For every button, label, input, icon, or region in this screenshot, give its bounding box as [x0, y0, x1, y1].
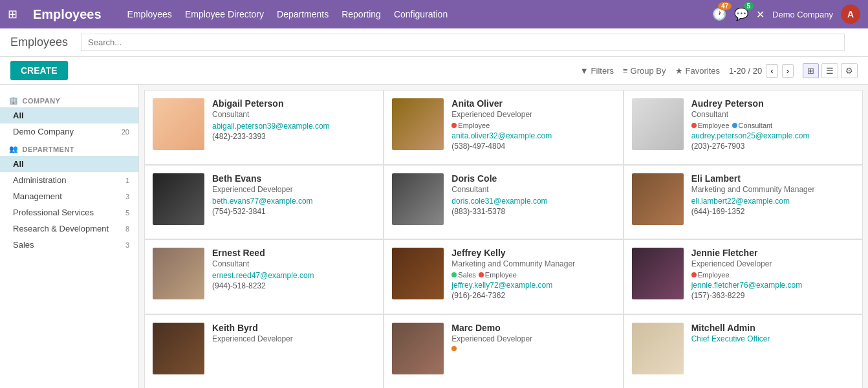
employee-title: Consultant [212, 110, 375, 119]
employee-name: Ernest Reed [212, 248, 375, 258]
company-name[interactable]: Demo Company [772, 10, 833, 19]
employee-card[interactable]: Eli Lambert Marketing and Community Mana… [624, 165, 863, 239]
sidebar-dept-research-development[interactable]: Research & Development 8 [0, 221, 138, 237]
employee-phone: (944)-518-8232 [212, 281, 375, 290]
notifications-badge: 47 [718, 2, 732, 10]
employee-info: Anita Oliver Experienced Developer Emplo… [451, 98, 614, 151]
employee-title: Experienced Developer [451, 334, 614, 343]
nav-employee-directory[interactable]: Employee Directory [185, 9, 264, 19]
employee-info: Ernest Reed Consultant ernest.reed47@exa… [212, 248, 375, 290]
nav-reporting[interactable]: Reporting [342, 9, 381, 19]
employee-card[interactable]: Audrey Peterson Consultant Employee Cons… [624, 90, 863, 165]
employee-info: Eli Lambert Marketing and Community Mana… [691, 173, 854, 216]
employee-name: Eli Lambert [691, 173, 854, 184]
employee-card[interactable]: Abigail Peterson Consultant abigail.pete… [144, 90, 384, 165]
employee-card[interactable]: Ernest Reed Consultant ernest.reed47@exa… [144, 239, 384, 314]
employee-tags: Sales Employee [451, 271, 614, 279]
sidebar: 🏢 COMPANY All Demo Company 20 👥 DEPARTME… [0, 85, 139, 388]
employee-card[interactable]: Jeffrey Kelly Marketing and Community Ma… [384, 239, 623, 314]
sidebar-dept-all[interactable]: All [0, 156, 138, 172]
employee-tag: Sales [451, 271, 476, 279]
search-input[interactable] [81, 34, 845, 51]
user-avatar[interactable]: A [841, 5, 860, 24]
view-buttons: ⊞ ☰ ⚙ [803, 63, 858, 78]
nav-departments[interactable]: Departments [277, 9, 329, 19]
employee-card[interactable]: Anita Oliver Experienced Developer Emplo… [384, 90, 623, 165]
sidebar-demo-company[interactable]: Demo Company 20 [0, 124, 138, 140]
employee-tags: Employee [451, 122, 614, 129]
employee-tag: Employee [479, 271, 517, 279]
create-button[interactable]: CREATE [10, 61, 68, 80]
messages-button[interactable]: 💬 5 [734, 7, 748, 21]
employee-title: Experienced Developer [691, 259, 854, 268]
app-grid-icon[interactable]: ⊞ [8, 7, 17, 21]
prev-page-button[interactable]: ‹ [766, 64, 777, 78]
employee-tags: Employee Consultant [691, 122, 854, 129]
employee-phone: (754)-532-3841 [212, 207, 375, 216]
employee-info: Keith Byrd Experienced Developer [212, 323, 375, 346]
employee-email: eli.lambert22@example.com [691, 197, 854, 206]
employee-title: Marketing and Community Manager [451, 259, 614, 268]
favorites-button[interactable]: ★ Favorites [675, 66, 720, 76]
employee-info: Doris Cole Consultant doris.cole31@examp… [451, 173, 614, 216]
employee-card[interactable]: Doris Cole Consultant doris.cole31@examp… [384, 165, 623, 239]
star-icon: ★ [675, 66, 683, 76]
tag-dot [479, 272, 484, 277]
grid-view-button[interactable]: ⊞ [803, 63, 819, 78]
employee-card[interactable]: Keith Byrd Experienced Developer [144, 314, 384, 388]
employee-name: Marc Demo [451, 323, 614, 333]
sidebar-dept-administration[interactable]: Administration 1 [0, 172, 138, 188]
groupby-button[interactable]: ≡ Group By [623, 66, 666, 76]
tag-dot [691, 123, 697, 128]
sidebar-dept-sales[interactable]: Sales 3 [0, 237, 138, 253]
tag-dot [451, 346, 457, 351]
next-page-button[interactable]: › [782, 64, 794, 78]
employee-title: Marketing and Community Manager [691, 185, 854, 194]
employee-card[interactable]: Marc Demo Experienced Developer [384, 314, 623, 388]
nav-links: Employees Employee Directory Departments… [127, 9, 699, 19]
employee-title: Experienced Developer [212, 334, 375, 343]
toolbar: CREATE ▼ Filters ≡ Group By ★ Favorites … [0, 57, 868, 85]
employee-info: Marc Demo Experienced Developer [451, 323, 614, 353]
settings-view-button[interactable]: ⚙ [841, 63, 858, 78]
employee-card[interactable]: Jennie Fletcher Experienced Developer Em… [624, 239, 863, 314]
department-section-title: 👥 DEPARTMENT [0, 140, 138, 156]
page-title: Employees [10, 36, 68, 49]
company-section-icon: 🏢 [9, 96, 19, 105]
employee-name: Mitchell Admin [691, 323, 854, 333]
filter-icon: ▼ [580, 66, 589, 76]
sidebar-dept-management[interactable]: Management 3 [0, 188, 138, 204]
list-view-button[interactable]: ☰ [821, 63, 838, 78]
employee-card[interactable]: Beth Evans Experienced Developer beth.ev… [144, 165, 384, 239]
main-layout: 🏢 COMPANY All Demo Company 20 👥 DEPARTME… [0, 85, 868, 388]
employee-info: Abigail Peterson Consultant abigail.pete… [212, 98, 375, 141]
tag-label: Sales [458, 271, 476, 279]
employee-title: Consultant [212, 259, 375, 268]
filters-button[interactable]: ▼ Filters [580, 66, 614, 76]
employee-phone: (157)-363-8229 [691, 291, 854, 300]
employee-name: Doris Cole [451, 173, 614, 184]
app-title: Employees [33, 7, 102, 22]
employee-email: jennie.fletcher76@example.com [691, 281, 854, 290]
sub-header: Employees [0, 28, 868, 57]
employee-photo [153, 173, 204, 225]
employee-phone: (883)-331-5378 [451, 207, 614, 216]
nav-configuration[interactable]: Configuration [394, 9, 448, 19]
employee-card[interactable]: Mitchell Admin Chief Executive Officer [624, 314, 863, 388]
employee-photo [153, 98, 204, 150]
pagination: 1-20 / 20 ‹ › [729, 64, 794, 78]
sidebar-company-all[interactable]: All [0, 107, 138, 124]
employee-tag: Consultant [732, 122, 773, 129]
nav-employees[interactable]: Employees [127, 9, 172, 19]
employee-photo [153, 323, 204, 374]
employee-photo [392, 173, 444, 225]
employee-email: doris.cole31@example.com [451, 197, 614, 206]
employee-phone: (644)-169-1352 [691, 207, 854, 216]
employee-name: Abigail Peterson [212, 98, 375, 109]
employee-phone: (916)-264-7362 [451, 291, 614, 300]
groupby-icon: ≡ [623, 66, 628, 76]
tag-label: Consultant [739, 122, 773, 129]
sidebar-dept-professional-services[interactable]: Professional Services 5 [0, 204, 138, 221]
close-button[interactable]: ✕ [756, 8, 765, 21]
notifications-button[interactable]: 🕐 47 [712, 7, 726, 21]
